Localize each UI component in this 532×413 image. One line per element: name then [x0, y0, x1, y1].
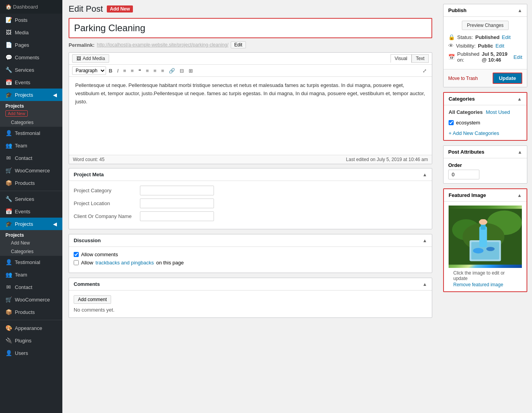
- sidebar-item-woocommerce2[interactable]: 🛒 WooCommerce: [0, 293, 62, 306]
- trackbacks-link[interactable]: trackbacks and pingbacks: [95, 260, 154, 266]
- add-new-categories-link[interactable]: + Add New Categories: [449, 130, 499, 136]
- sidebar-item-products1[interactable]: 📦 Products: [0, 177, 62, 189]
- align-right-button[interactable]: ≡: [159, 67, 166, 75]
- paragraph-select[interactable]: Paragraph: [72, 66, 106, 75]
- products-icon-2: 📦: [5, 309, 12, 315]
- allow-comments-row: Allow comments: [74, 252, 427, 257]
- fullscreen-button[interactable]: ⤢: [421, 67, 429, 75]
- unordered-list-button[interactable]: ≡: [121, 67, 128, 75]
- link-button[interactable]: 🔗: [167, 67, 177, 75]
- bold-button[interactable]: B: [107, 67, 114, 75]
- allow-comments-checkbox[interactable]: [74, 252, 79, 257]
- post-title-input[interactable]: [69, 19, 431, 37]
- visual-tab[interactable]: Visual: [391, 54, 412, 63]
- editor-body[interactable]: Pellentesque ut neque. Pellentesque habi…: [69, 77, 432, 155]
- publish-box-body: Preview Changes 🔒 Status: Published Edit…: [444, 17, 527, 69]
- published-value: Jul 5, 2019 @ 10:46: [482, 51, 511, 63]
- more-button[interactable]: ⊟: [178, 67, 186, 75]
- text-tab[interactable]: Text: [412, 54, 429, 63]
- sidebar-item-media[interactable]: 🖼 Media: [0, 26, 62, 39]
- published-label: Published on:: [457, 51, 479, 63]
- sidebar-item-products2[interactable]: 📦 Products: [0, 306, 62, 318]
- sidebar-item-projects1[interactable]: 🎓 Projects ◀: [0, 89, 62, 101]
- table-button[interactable]: ⊞: [187, 67, 195, 75]
- sidebar-item-woocommerce1[interactable]: 🛒 WooCommerce: [0, 164, 62, 177]
- ordered-list-button[interactable]: ≡: [129, 67, 136, 75]
- sidebar-item-testimonial2[interactable]: 👤 Testimonial: [0, 256, 62, 268]
- update-button[interactable]: Update: [493, 73, 522, 84]
- add-new-button[interactable]: Add New: [107, 5, 133, 12]
- discussion-collapse: ▲: [422, 238, 427, 243]
- sidebar-item-pages[interactable]: 📄 Pages: [0, 39, 62, 51]
- move-to-trash-link[interactable]: Move to Trash: [448, 76, 478, 81]
- add-comment-button[interactable]: Add comment: [74, 295, 111, 304]
- client-company-input[interactable]: [140, 211, 214, 221]
- order-label: Order: [448, 162, 522, 168]
- dashboard-item[interactable]: 🏠 Dashboard: [0, 0, 62, 14]
- blockquote-button[interactable]: ❝: [136, 67, 143, 75]
- submenu-add-new-1[interactable]: Add New: [5, 110, 28, 117]
- center-area: Edit Post Add New Permalink: http://loca…: [62, 0, 438, 413]
- preview-changes-button[interactable]: Preview Changes: [462, 21, 509, 30]
- allow-trackbacks-checkbox[interactable]: [74, 260, 79, 265]
- sidebar-item-team1[interactable]: 👥 Team: [0, 139, 62, 152]
- category-ecosystem: ecosystem: [449, 118, 522, 127]
- submenu-add-new-2[interactable]: Add New: [0, 239, 62, 247]
- sidebar-item-events2[interactable]: 📅 Events: [0, 205, 62, 218]
- project-meta-header[interactable]: Project Meta ▲: [69, 168, 432, 181]
- order-input[interactable]: [448, 170, 479, 179]
- featured-image-thumbnail[interactable]: [449, 206, 522, 268]
- attributes-title: Post Attributes: [448, 149, 484, 155]
- sidebar-item-contact2[interactable]: ✉ Contact: [0, 281, 62, 293]
- sidebar-item-team2[interactable]: 👥 Team: [0, 268, 62, 281]
- submenu-categories-1[interactable]: Categories: [0, 118, 62, 127]
- editor-toolbar-top: 🖼 Add Media Visual Text: [69, 53, 432, 65]
- published-edit-link[interactable]: Edit: [514, 54, 522, 60]
- sidebar-item-services1[interactable]: 🔧 Services: [0, 64, 62, 76]
- categories-body: All Categories Most Used ecosystem + Add…: [444, 105, 527, 140]
- sidebar-item-projects2[interactable]: 🎓 Projects ◀: [0, 218, 62, 230]
- sidebar-item-users[interactable]: 👤 Users: [0, 347, 62, 359]
- status-edit-link[interactable]: Edit: [502, 34, 511, 40]
- visibility-edit-link[interactable]: Edit: [495, 43, 504, 49]
- discussion-header[interactable]: Discussion ▲: [69, 234, 432, 247]
- ecosystem-label: ecosystem: [456, 120, 480, 126]
- media-icon: 🖼: [5, 29, 12, 35]
- woo-icon-2: 🛒: [5, 296, 12, 303]
- format-toolbar: Paragraph B I ≡ ≡ ❝ ≡ ≡ ≡ 🔗 ⊟ ⊞ ⤢: [69, 65, 432, 77]
- sidebar-item-plugins[interactable]: 🔌 Plugins: [0, 334, 62, 347]
- permalink-edit-button[interactable]: Edit: [231, 41, 246, 48]
- ecosystem-checkbox[interactable]: [449, 120, 454, 125]
- align-center-button[interactable]: ≡: [152, 67, 159, 75]
- italic-button[interactable]: I: [115, 67, 120, 75]
- services-icon-1: 🔧: [5, 67, 12, 73]
- sidebar-item-events1[interactable]: 📅 Events: [0, 76, 62, 89]
- sidebar-item-comments[interactable]: 💬 Comments: [0, 51, 62, 64]
- pages-icon: 📄: [5, 42, 12, 48]
- word-count-row: Word count: 45: [73, 157, 104, 162]
- products-icon-1: 📦: [5, 180, 12, 186]
- plugins-icon: 🔌: [5, 337, 12, 344]
- project-location-input[interactable]: [140, 199, 214, 208]
- align-left-button[interactable]: ≡: [144, 67, 151, 75]
- allow-trackbacks-row: Allow trackbacks and pingbacks on this p…: [74, 260, 427, 266]
- most-used-tab[interactable]: Most Used: [486, 109, 510, 115]
- attributes-box-header: Post Attributes ▲: [444, 146, 527, 158]
- sidebar-item-posts[interactable]: 📝 Posts: [0, 14, 62, 26]
- calendar-icon: 📅: [448, 54, 455, 60]
- submenu-categories-2[interactable]: Categories: [0, 247, 62, 256]
- project-meta-box: Project Meta ▲ Project Category Project …: [69, 168, 432, 229]
- sidebar-item-testimonial1[interactable]: 👤 Testimonial: [0, 127, 62, 139]
- all-categories-tab[interactable]: All Categories: [449, 109, 483, 115]
- allow-trackbacks-text: Allow: [81, 260, 93, 266]
- project-category-input[interactable]: [140, 186, 214, 195]
- sidebar-item-services2[interactable]: 🔧 Services: [0, 193, 62, 205]
- publish-footer: Move to Trash Update: [444, 69, 527, 87]
- remove-featured-image-link[interactable]: Remove featured image: [449, 282, 522, 291]
- add-media-button[interactable]: 🖼 Add Media: [72, 54, 109, 63]
- visibility-value: Public: [478, 43, 493, 49]
- comments-header[interactable]: Comments ▲: [69, 278, 432, 291]
- contact-icon-2: ✉: [5, 284, 12, 290]
- sidebar-item-appearance[interactable]: 🎨 Appearance: [0, 322, 62, 334]
- sidebar-item-contact1[interactable]: ✉ Contact: [0, 152, 62, 164]
